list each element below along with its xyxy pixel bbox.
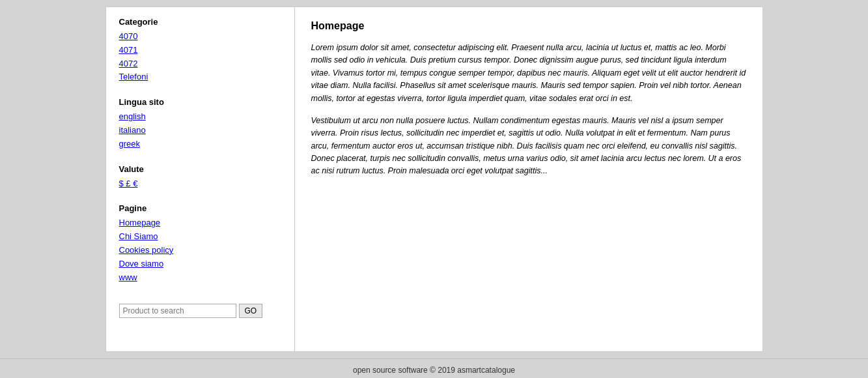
sidebar-link[interactable]: Cookies policy <box>119 244 281 257</box>
sidebar-link[interactable]: Dove siamo <box>119 257 281 271</box>
sidebar-link[interactable]: 4070 <box>119 30 281 44</box>
sidebar-link[interactable]: greek <box>119 138 281 151</box>
paragraph-1: Lorem ipsum dolor sit amet, consectetur … <box>311 42 746 105</box>
valute-title: Valute <box>119 164 281 174</box>
valute-section: Valute $ £ € <box>119 164 281 191</box>
pagine-title: Pagine <box>119 203 281 213</box>
page-title: Homepage <box>311 20 746 32</box>
sidebar-link[interactable]: 4071 <box>119 44 281 57</box>
sidebar-link[interactable]: Chi Siamo <box>119 230 281 244</box>
sidebar-link[interactable]: Telefoni <box>119 70 281 84</box>
sidebar: Categorie 407040714072Telefoni Lingua si… <box>106 7 295 351</box>
categorie-section: Categorie 407040714072Telefoni <box>119 17 281 84</box>
sidebar-link[interactable]: 4072 <box>119 57 281 71</box>
search-area: GO <box>119 304 281 318</box>
footer-text: open source software © 2019 asmartcatalo… <box>353 366 515 375</box>
paragraph-2: Vestibulum ut arcu non nulla posuere luc… <box>311 115 746 178</box>
footer: open source software © 2019 asmartcatalo… <box>0 358 868 378</box>
lingua-section: Lingua sito englishitalianogreek <box>119 97 281 151</box>
sidebar-link[interactable]: italiano <box>119 124 281 138</box>
search-input[interactable] <box>119 304 236 318</box>
search-button[interactable]: GO <box>239 304 263 318</box>
main-content: Homepage Lorem ipsum dolor sit amet, con… <box>295 7 763 351</box>
sidebar-link[interactable]: english <box>119 110 281 124</box>
sidebar-link[interactable]: Homepage <box>119 216 281 230</box>
lingua-title: Lingua sito <box>119 97 281 107</box>
categorie-title: Categorie <box>119 17 281 27</box>
pagine-section: Pagine HomepageChi SiamoCookies policyDo… <box>119 203 281 284</box>
sidebar-link[interactable]: www <box>119 271 281 285</box>
sidebar-link[interactable]: $ £ € <box>119 177 281 191</box>
